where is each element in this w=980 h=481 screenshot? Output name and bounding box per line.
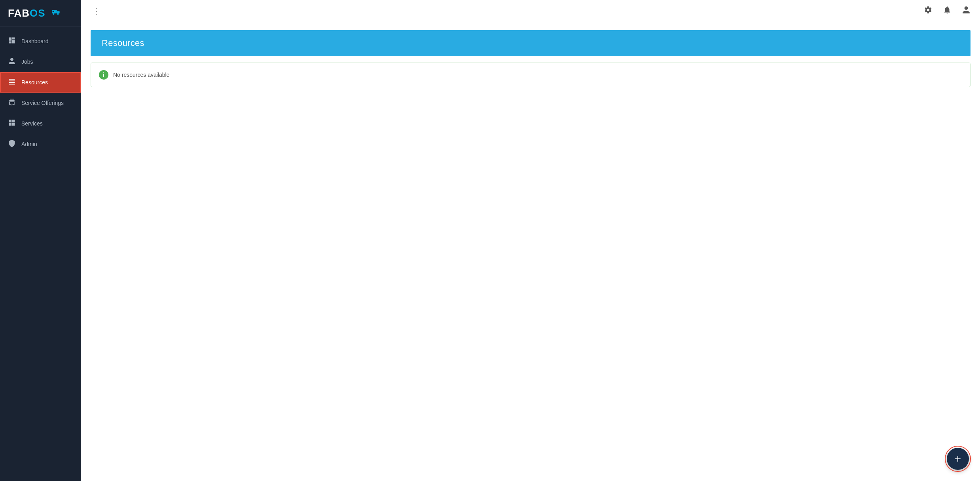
svg-point-3 [57,13,59,15]
jobs-icon [8,57,16,67]
main-area: ⋮ Resources [81,0,980,481]
info-icon: i [99,70,108,80]
empty-state-card: i No resources available [91,63,971,87]
logo: FABOS [0,0,81,27]
user-button[interactable] [960,4,972,18]
sidebar-item-services-label: Services [21,120,43,127]
sidebar-item-dashboard-label: Dashboard [21,38,49,44]
sidebar-item-admin-label: Admin [21,141,37,147]
sidebar-item-jobs-label: Jobs [21,59,33,65]
nav-menu: Dashboard Jobs Resources Service Offerin… [0,27,81,481]
gear-icon [924,6,933,14]
logo-fab: FAB [8,7,30,19]
user-icon [962,6,971,14]
fab-label: + [955,453,961,464]
page-banner: Resources [91,30,971,56]
sidebar: FABOS Dashboard Jobs [0,0,81,481]
sidebar-item-service-offerings[interactable]: Service Offerings [0,93,81,113]
settings-button[interactable] [922,4,934,18]
add-resource-button[interactable]: + [947,448,969,470]
logo-icon [49,8,62,19]
dashboard-icon [8,36,16,46]
topbar-left: ⋮ [89,4,103,18]
svg-rect-4 [52,10,54,11]
logo-os: OS [30,7,45,19]
menu-button[interactable]: ⋮ [89,4,103,18]
services-icon [8,119,16,128]
sidebar-item-resources-label: Resources [21,79,48,86]
svg-rect-1 [57,11,59,13]
empty-message: No resources available [113,72,169,78]
logo-vehicle-icon [49,8,62,17]
topbar: ⋮ [81,0,980,22]
sidebar-item-admin[interactable]: Admin [0,134,81,154]
page-content: Resources i No resources available [81,22,980,481]
sidebar-item-dashboard[interactable]: Dashboard [0,31,81,51]
admin-icon [8,139,16,149]
sidebar-item-resources[interactable]: Resources [0,72,81,93]
sidebar-item-service-offerings-label: Service Offerings [21,100,64,106]
svg-point-2 [53,13,54,15]
service-offerings-icon [8,98,16,108]
sidebar-item-jobs[interactable]: Jobs [0,51,81,72]
topbar-icons [922,4,972,18]
sidebar-item-services[interactable]: Services [0,113,81,134]
resources-icon [8,78,16,87]
page-title: Resources [102,38,959,48]
bell-icon [943,6,952,14]
notifications-button[interactable] [941,4,953,18]
